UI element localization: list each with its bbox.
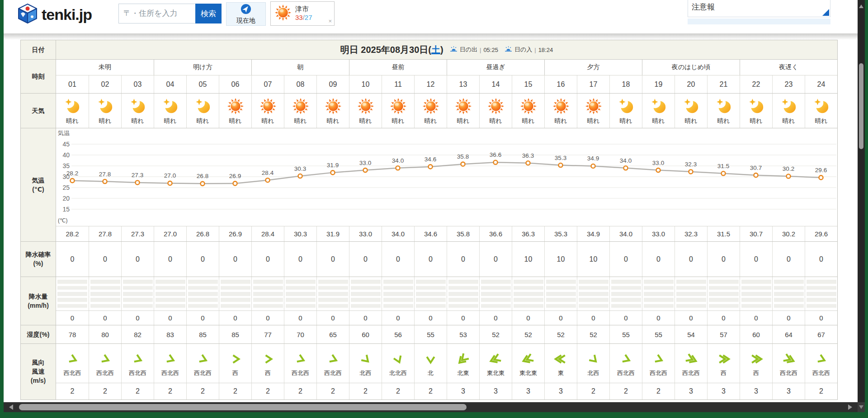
warning-select[interactable]: 注意報	[688, 0, 830, 17]
wind-direction-label: 東北東	[487, 369, 505, 377]
humidity-value-cell: 83	[154, 325, 186, 343]
weather-label: 晴れ	[392, 117, 404, 125]
wind-direction-label: 西	[232, 369, 238, 377]
svg-text:28.2: 28.2	[66, 170, 78, 177]
precip-value-cell: 0	[642, 311, 675, 325]
wind-arrow-icon	[749, 352, 764, 368]
time-group-cell: 夕方	[544, 60, 642, 75]
time-group-cell: 朝	[251, 60, 349, 75]
chip-temps: 33/27	[295, 14, 312, 22]
precip-bar-chart	[579, 280, 609, 308]
precip-bar-chart	[90, 280, 120, 308]
precip-value-cell: 0	[56, 311, 89, 325]
pop-rowgroup: 降水確率(%) 000000000000001010100000000	[21, 241, 837, 277]
wind-cell: 西北西	[121, 344, 154, 383]
temperature-values-row: 28.227.827.327.026.826.928.430.331.933.0…	[56, 226, 837, 241]
wind-speed-cell: 3	[479, 383, 512, 399]
precip-value-cell: 0	[284, 311, 316, 325]
moon-icon	[194, 98, 212, 117]
scroll-right-arrow-icon[interactable]	[848, 404, 852, 410]
time-group-row: 未明明け方朝昼前昼過ぎ夕方夜のはじめ頃夜遅く	[56, 60, 837, 75]
search-button[interactable]: 検索	[195, 4, 222, 23]
scroll-up-arrow-icon[interactable]	[859, 5, 863, 8]
pop-value-cell: 0	[56, 242, 89, 277]
temperature-value-cell: 34.6	[414, 226, 447, 241]
hour-cell: 04	[154, 75, 186, 93]
precip-bar-cell	[349, 277, 382, 310]
precip-value-cell: 0	[251, 311, 284, 325]
temperature-value-cell: 27.0	[154, 226, 186, 241]
precip-value-cell: 0	[219, 311, 251, 325]
sun-icon	[487, 98, 505, 117]
weather-label: 晴れ	[554, 117, 567, 125]
vertical-scroll-thumb[interactable]	[859, 63, 863, 149]
weather-label: 晴れ	[294, 117, 307, 125]
svg-text:20: 20	[62, 195, 70, 202]
temperature-value-cell: 30.2	[772, 226, 805, 241]
pop-value-cell: 0	[479, 242, 512, 277]
scroll-left-arrow-icon[interactable]	[9, 404, 13, 410]
weather-cell: 晴れ	[219, 94, 251, 128]
current-location-button[interactable]: 現在地	[226, 2, 266, 26]
weather-label: 晴れ	[457, 117, 469, 125]
precip-value-cell: 0	[154, 311, 186, 325]
weather-label: 晴れ	[522, 117, 534, 125]
humidity-value-cell: 57	[707, 325, 740, 343]
humidity-value-cell: 54	[675, 325, 707, 343]
weekday-link[interactable]: 土	[431, 45, 440, 55]
precip-bar-cell	[56, 277, 89, 310]
precip-value-cell: 0	[414, 311, 447, 325]
precip-bar-chart	[774, 280, 804, 308]
tenki-logo[interactable]: tenki.jp	[17, 3, 92, 26]
search-input[interactable]	[118, 4, 195, 23]
horizontal-scroll-thumb[interactable]	[19, 404, 467, 410]
hour-cell: 10	[349, 75, 382, 93]
pop-value-cell: 10	[512, 242, 544, 277]
hour-cell: 20	[675, 75, 707, 93]
scroll-down-arrow-icon[interactable]	[859, 405, 863, 409]
horizontal-scrollbar[interactable]	[4, 402, 858, 412]
wind-arrow-icon	[586, 352, 601, 368]
precip-bar-cell	[577, 277, 609, 310]
wind-arrow-icon	[358, 352, 373, 368]
weather-label: 晴れ	[196, 117, 209, 125]
humidity-value-cell: 85	[186, 325, 219, 343]
vertical-scrollbar[interactable]	[858, 0, 865, 412]
wind-arrow-icon	[130, 352, 145, 368]
wind-speed-cell: 3	[772, 383, 805, 399]
precip-value-cell: 0	[382, 311, 414, 325]
wind-direction-label: 西	[721, 369, 726, 377]
svg-text:26.9: 26.9	[229, 173, 241, 179]
hourly-forecast-table: 日付 明日 2025年08月30日(土) 日の出|05:25 日の入|18:24…	[20, 40, 838, 400]
precip-value-cell: 0	[740, 311, 772, 325]
wind-speed-cell: 2	[642, 383, 675, 399]
precip-bar-cell	[447, 277, 479, 310]
wind-direction-label: 北西	[588, 369, 599, 377]
precip-bar-cell	[154, 277, 186, 310]
humidity-value-cell: 67	[805, 325, 837, 343]
wind-cell: 東北東	[479, 344, 512, 383]
hour-row: 0102030405060708091011121314151617181920…	[56, 75, 837, 93]
chip-close-icon[interactable]: ×	[328, 18, 332, 24]
wind-speed-cell: 3	[544, 383, 577, 399]
wind-speed-row: 222222222222333322233332	[56, 383, 837, 399]
precip-bar-chart	[481, 280, 511, 308]
hour-cell: 11	[382, 75, 414, 93]
location-weather-chip[interactable]: 津市 33/27 ×	[270, 1, 335, 26]
precip-bar-cell	[512, 277, 544, 310]
precip-bar-chart	[676, 280, 706, 308]
wind-arrow-icon	[781, 352, 796, 368]
precip-value-cell: 0	[609, 311, 642, 325]
svg-text:27.8: 27.8	[99, 171, 111, 178]
precip-bar-chart	[156, 280, 185, 308]
precip-bar-cell	[479, 277, 512, 310]
precip-bar-chart	[351, 280, 381, 308]
weather-label: 晴れ	[684, 117, 697, 125]
weather-cell: 晴れ	[740, 94, 772, 128]
wind-cell: 西北西	[316, 344, 349, 383]
moon-icon	[618, 98, 635, 117]
pop-value-cell: 0	[121, 242, 154, 277]
weather-rowgroup: 天気 晴れ晴れ晴れ晴れ晴れ晴れ晴れ晴れ晴れ晴れ晴れ晴れ晴れ晴れ晴れ晴れ晴れ晴れ晴…	[21, 93, 837, 128]
precip-bar-chart	[448, 280, 478, 308]
hour-cell: 02	[89, 75, 121, 93]
